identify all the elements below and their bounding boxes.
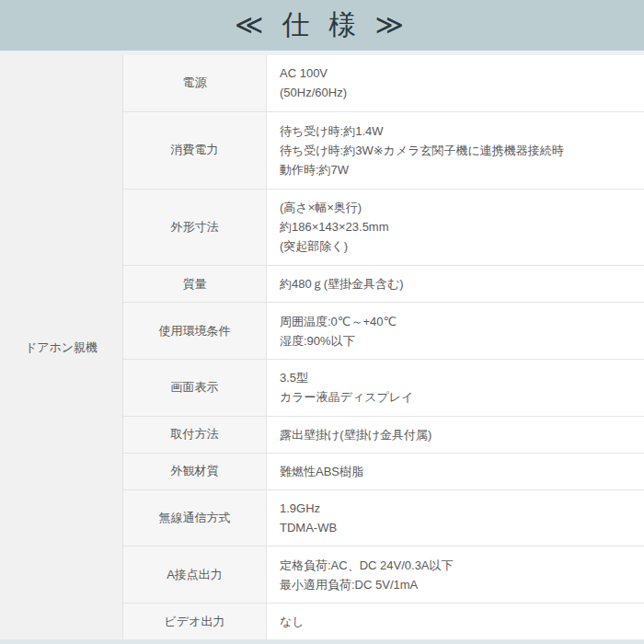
spec-value-line: (高さ×幅×奥行)	[280, 198, 633, 217]
spec-value-cell: 露出壁掛け(壁掛け金具付属)	[267, 417, 644, 453]
spec-value-cell: 3.5型カラー液晶ディスプレイ	[267, 360, 644, 416]
table-row: 取付方法 露出壁掛け(壁掛け金具付属)	[123, 417, 644, 454]
spec-name-cell: 無線通信方式	[123, 490, 267, 546]
table-row: 質量 約480ｇ(壁掛金具含む)	[123, 266, 644, 303]
spec-value-line: 難燃性ABS樹脂	[280, 462, 633, 481]
spec-value-line: AC 100V	[280, 63, 633, 83]
spec-name-cell: 消費電力	[123, 112, 267, 189]
spec-value-cell: AC 100V(50Hz/60Hz)	[267, 55, 644, 111]
spec-value-line: (50Hz/60Hz)	[280, 83, 633, 102]
spec-value-line: 動作時:約7W	[280, 160, 633, 179]
spec-value-line: なし	[280, 612, 633, 631]
device-label-cell: ドアホン親機	[0, 55, 123, 639]
spec-name-cell: 質量	[123, 266, 267, 302]
spec-table: ドアホン親機 電源 AC 100V(50Hz/60Hz) 消費電力 待ち受け時:…	[0, 55, 644, 639]
spec-name-cell: A接点出力	[123, 546, 267, 603]
spec-value-cell: なし	[267, 604, 644, 639]
bottom-strip	[0, 639, 644, 644]
table-row: 電源 AC 100V(50Hz/60Hz)	[123, 55, 644, 112]
spec-name-cell: 外形寸法	[123, 190, 267, 266]
spec-value-line: 待ち受け時:約3W※カメラ玄関子機に連携機器接続時	[280, 141, 633, 160]
spec-value-line: 約480ｇ(壁掛金具含む)	[280, 274, 633, 293]
spec-name-cell: 画面表示	[123, 360, 267, 416]
spec-value-line: 定格負荷:AC、DC 24V/0.3A以下	[280, 556, 633, 575]
table-row: 無線通信方式 1.9GHzTDMA-WB	[123, 490, 644, 547]
table-row: 外観材質 難燃性ABS樹脂	[123, 454, 644, 490]
spec-value-line: カラー液晶ディスプレイ	[280, 387, 633, 407]
table-row: ビデオ出力 なし	[123, 604, 644, 639]
spec-name-cell: 使用環境条件	[123, 303, 267, 359]
table-row: 使用環境条件 周囲温度:0℃～+40℃湿度:90%以下	[123, 303, 644, 360]
spec-name-cell: 電源	[123, 55, 267, 111]
spec-value-line: 約186×143×23.5mm	[280, 217, 633, 236]
spec-value-cell: (高さ×幅×奥行)約186×143×23.5mm(突起部除く)	[267, 190, 644, 266]
spec-name-cell: 外観材質	[123, 454, 267, 489]
spec-value-line: 1.9GHz	[280, 499, 633, 518]
table-row: 外形寸法 (高さ×幅×奥行)約186×143×23.5mm(突起部除く)	[123, 190, 644, 267]
spec-value-line: 最小適用負荷:DC 5V/1mA	[280, 575, 633, 594]
spec-value-cell: 1.9GHzTDMA-WB	[267, 490, 644, 546]
spec-value-line: 湿度:90%以下	[280, 331, 633, 351]
spec-value-cell: 定格負荷:AC、DC 24V/0.3A以下最小適用負荷:DC 5V/1mA	[267, 546, 644, 603]
table-row: A接点出力 定格負荷:AC、DC 24V/0.3A以下最小適用負荷:DC 5V/…	[123, 546, 644, 604]
spec-rows: 電源 AC 100V(50Hz/60Hz) 消費電力 待ち受け時:約1.4W待ち…	[123, 55, 644, 639]
spec-value-line: 露出壁掛け(壁掛け金具付属)	[280, 425, 633, 444]
spec-value-line: (突起部除く)	[280, 236, 633, 256]
spec-value-cell: 待ち受け時:約1.4W待ち受け時:約3W※カメラ玄関子機に連携機器接続時動作時:…	[267, 112, 644, 189]
spec-page: ≪ 仕 様 ≫ ドアホン親機 電源 AC 100V(50Hz/60Hz) 消費電…	[0, 0, 644, 644]
table-row: 消費電力 待ち受け時:約1.4W待ち受け時:約3W※カメラ玄関子機に連携機器接続…	[123, 112, 644, 190]
spec-value-line: TDMA-WB	[280, 518, 633, 537]
spec-name-cell: ビデオ出力	[123, 604, 267, 639]
spec-value-cell: 難燃性ABS樹脂	[267, 454, 644, 489]
spec-value-cell: 周囲温度:0℃～+40℃湿度:90%以下	[267, 303, 644, 359]
spec-value-cell: 約480ｇ(壁掛金具含む)	[267, 266, 644, 302]
page-header: ≪ 仕 様 ≫	[0, 0, 644, 51]
spec-value-line: 周囲温度:0℃～+40℃	[280, 312, 633, 331]
table-row: 画面表示 3.5型カラー液晶ディスプレイ	[123, 360, 644, 417]
page-title: ≪ 仕 様 ≫	[235, 6, 409, 44]
spec-name-cell: 取付方法	[123, 417, 267, 453]
spec-value-line: 待ち受け時:約1.4W	[280, 121, 633, 141]
spec-value-line: 3.5型	[280, 368, 633, 387]
